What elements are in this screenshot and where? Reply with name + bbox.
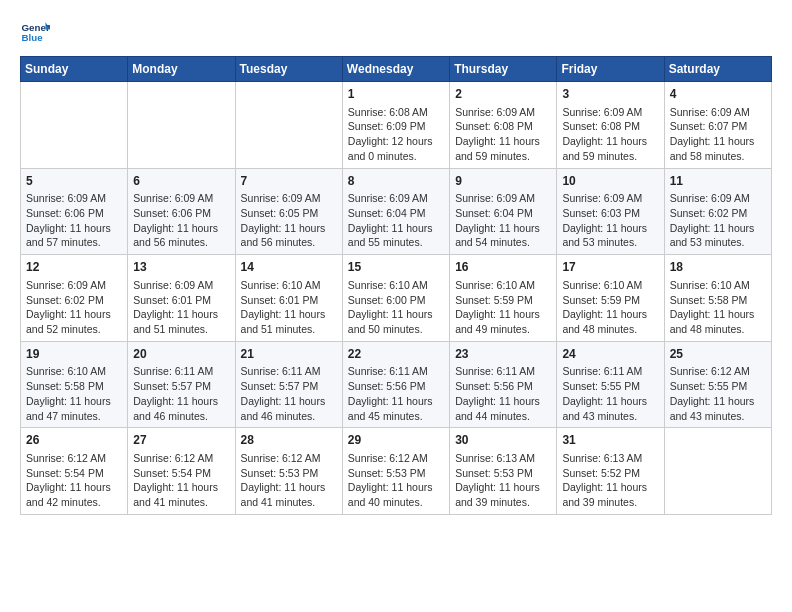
day-info-line: Sunrise: 6:09 AM <box>670 105 766 120</box>
calendar-cell: 15Sunrise: 6:10 AMSunset: 6:00 PMDayligh… <box>342 255 449 342</box>
calendar-week-row: 5Sunrise: 6:09 AMSunset: 6:06 PMDaylight… <box>21 168 772 255</box>
calendar-cell: 5Sunrise: 6:09 AMSunset: 6:06 PMDaylight… <box>21 168 128 255</box>
day-info-line: Sunset: 5:56 PM <box>455 379 551 394</box>
cell-content: 2Sunrise: 6:09 AMSunset: 6:08 PMDaylight… <box>455 86 551 164</box>
day-info-line: Sunrise: 6:12 AM <box>348 451 444 466</box>
day-info-line: Sunset: 5:53 PM <box>241 466 337 481</box>
day-info-line: and 39 minutes. <box>455 495 551 510</box>
day-info-line: Sunrise: 6:12 AM <box>133 451 229 466</box>
calendar-cell: 6Sunrise: 6:09 AMSunset: 6:06 PMDaylight… <box>128 168 235 255</box>
day-info-line: Sunrise: 6:09 AM <box>241 191 337 206</box>
cell-content: 8Sunrise: 6:09 AMSunset: 6:04 PMDaylight… <box>348 173 444 251</box>
day-info-line: and 42 minutes. <box>26 495 122 510</box>
day-info-line: Sunrise: 6:09 AM <box>133 191 229 206</box>
cell-content: 1Sunrise: 6:08 AMSunset: 6:09 PMDaylight… <box>348 86 444 164</box>
cell-content: 24Sunrise: 6:11 AMSunset: 5:55 PMDayligh… <box>562 346 658 424</box>
day-number: 8 <box>348 173 444 190</box>
calendar-cell <box>664 428 771 515</box>
cell-content: 16Sunrise: 6:10 AMSunset: 5:59 PMDayligh… <box>455 259 551 337</box>
calendar-cell <box>235 82 342 169</box>
day-info-line: Daylight: 11 hours <box>670 307 766 322</box>
day-info-line: Daylight: 11 hours <box>562 134 658 149</box>
calendar-cell: 17Sunrise: 6:10 AMSunset: 5:59 PMDayligh… <box>557 255 664 342</box>
day-info-line: Sunset: 5:54 PM <box>133 466 229 481</box>
day-info-line: Sunrise: 6:11 AM <box>348 364 444 379</box>
day-info-line: and 0 minutes. <box>348 149 444 164</box>
calendar-cell: 13Sunrise: 6:09 AMSunset: 6:01 PMDayligh… <box>128 255 235 342</box>
header: General Blue <box>20 16 772 46</box>
calendar-cell: 21Sunrise: 6:11 AMSunset: 5:57 PMDayligh… <box>235 341 342 428</box>
calendar-cell: 8Sunrise: 6:09 AMSunset: 6:04 PMDaylight… <box>342 168 449 255</box>
cell-content: 19Sunrise: 6:10 AMSunset: 5:58 PMDayligh… <box>26 346 122 424</box>
calendar-cell: 9Sunrise: 6:09 AMSunset: 6:04 PMDaylight… <box>450 168 557 255</box>
day-info-line: Daylight: 11 hours <box>133 221 229 236</box>
day-info-line: and 41 minutes. <box>241 495 337 510</box>
day-info-line: Sunset: 6:07 PM <box>670 119 766 134</box>
day-info-line: Sunset: 6:06 PM <box>26 206 122 221</box>
day-info-line: and 44 minutes. <box>455 409 551 424</box>
calendar-cell: 24Sunrise: 6:11 AMSunset: 5:55 PMDayligh… <box>557 341 664 428</box>
cell-content: 26Sunrise: 6:12 AMSunset: 5:54 PMDayligh… <box>26 432 122 510</box>
calendar-cell: 10Sunrise: 6:09 AMSunset: 6:03 PMDayligh… <box>557 168 664 255</box>
day-number: 31 <box>562 432 658 449</box>
day-info-line: Sunset: 6:04 PM <box>455 206 551 221</box>
calendar-cell: 2Sunrise: 6:09 AMSunset: 6:08 PMDaylight… <box>450 82 557 169</box>
day-info-line: and 48 minutes. <box>562 322 658 337</box>
day-info-line: Sunset: 6:02 PM <box>26 293 122 308</box>
day-info-line: Sunset: 5:55 PM <box>670 379 766 394</box>
day-number: 23 <box>455 346 551 363</box>
day-info-line: and 53 minutes. <box>670 235 766 250</box>
calendar-week-row: 19Sunrise: 6:10 AMSunset: 5:58 PMDayligh… <box>21 341 772 428</box>
day-number: 14 <box>241 259 337 276</box>
day-info-line: and 57 minutes. <box>26 235 122 250</box>
calendar-cell: 22Sunrise: 6:11 AMSunset: 5:56 PMDayligh… <box>342 341 449 428</box>
day-info-line: Sunrise: 6:10 AM <box>26 364 122 379</box>
calendar-week-row: 12Sunrise: 6:09 AMSunset: 6:02 PMDayligh… <box>21 255 772 342</box>
calendar-cell: 16Sunrise: 6:10 AMSunset: 5:59 PMDayligh… <box>450 255 557 342</box>
day-info-line: and 39 minutes. <box>562 495 658 510</box>
day-info-line: Sunrise: 6:10 AM <box>562 278 658 293</box>
calendar-day-header: Thursday <box>450 57 557 82</box>
cell-content: 29Sunrise: 6:12 AMSunset: 5:53 PMDayligh… <box>348 432 444 510</box>
day-info-line: Sunrise: 6:09 AM <box>26 191 122 206</box>
calendar-table: SundayMondayTuesdayWednesdayThursdayFrid… <box>20 56 772 515</box>
calendar-cell: 12Sunrise: 6:09 AMSunset: 6:02 PMDayligh… <box>21 255 128 342</box>
day-number: 13 <box>133 259 229 276</box>
day-number: 3 <box>562 86 658 103</box>
logo: General Blue <box>20 16 54 46</box>
calendar-cell <box>128 82 235 169</box>
day-info-line: Sunset: 5:59 PM <box>455 293 551 308</box>
day-number: 20 <box>133 346 229 363</box>
cell-content: 21Sunrise: 6:11 AMSunset: 5:57 PMDayligh… <box>241 346 337 424</box>
day-info-line: and 41 minutes. <box>133 495 229 510</box>
day-info-line: Daylight: 11 hours <box>241 480 337 495</box>
calendar-cell: 18Sunrise: 6:10 AMSunset: 5:58 PMDayligh… <box>664 255 771 342</box>
cell-content: 23Sunrise: 6:11 AMSunset: 5:56 PMDayligh… <box>455 346 551 424</box>
day-info-line: and 51 minutes. <box>241 322 337 337</box>
day-number: 24 <box>562 346 658 363</box>
day-info-line: and 55 minutes. <box>348 235 444 250</box>
calendar-day-header: Saturday <box>664 57 771 82</box>
cell-content: 18Sunrise: 6:10 AMSunset: 5:58 PMDayligh… <box>670 259 766 337</box>
day-info-line: Sunrise: 6:08 AM <box>348 105 444 120</box>
day-info-line: Sunset: 5:58 PM <box>26 379 122 394</box>
day-info-line: Sunset: 5:52 PM <box>562 466 658 481</box>
calendar-day-header: Wednesday <box>342 57 449 82</box>
day-info-line: Sunrise: 6:11 AM <box>562 364 658 379</box>
logo-icon: General Blue <box>20 16 50 46</box>
day-info-line: Sunset: 5:53 PM <box>455 466 551 481</box>
day-info-line: Daylight: 11 hours <box>670 394 766 409</box>
cell-content: 14Sunrise: 6:10 AMSunset: 6:01 PMDayligh… <box>241 259 337 337</box>
day-number: 10 <box>562 173 658 190</box>
day-info-line: Sunset: 6:06 PM <box>133 206 229 221</box>
day-number: 4 <box>670 86 766 103</box>
calendar-cell: 3Sunrise: 6:09 AMSunset: 6:08 PMDaylight… <box>557 82 664 169</box>
day-number: 22 <box>348 346 444 363</box>
day-number: 9 <box>455 173 551 190</box>
day-number: 11 <box>670 173 766 190</box>
day-number: 16 <box>455 259 551 276</box>
day-info-line: and 53 minutes. <box>562 235 658 250</box>
calendar-cell: 14Sunrise: 6:10 AMSunset: 6:01 PMDayligh… <box>235 255 342 342</box>
cell-content: 11Sunrise: 6:09 AMSunset: 6:02 PMDayligh… <box>670 173 766 251</box>
day-info-line: Sunrise: 6:13 AM <box>562 451 658 466</box>
